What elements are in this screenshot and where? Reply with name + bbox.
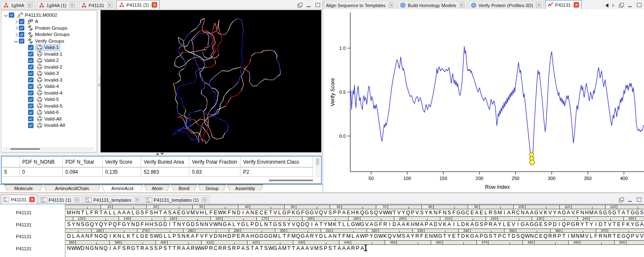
residue[interactable]: H (149, 221, 154, 229)
tree-item-invalid-3[interactable]: Invalid-3 (1, 77, 97, 83)
tree-item-content[interactable]: Protein Groups (26, 25, 69, 31)
residue[interactable]: W (218, 209, 222, 217)
residue[interactable]: K (355, 209, 360, 217)
residue[interactable]: V (415, 209, 419, 217)
residue[interactable]: T (612, 233, 617, 240)
residue[interactable]: A (401, 221, 406, 229)
residue[interactable]: G (530, 221, 534, 229)
residue[interactable]: P (424, 221, 429, 229)
residue[interactable]: G (268, 233, 273, 240)
close-icon[interactable] (70, 3, 75, 8)
residue[interactable]: D (163, 221, 168, 229)
residue[interactable]: M (314, 245, 319, 252)
residue[interactable]: R (94, 209, 99, 217)
residue[interactable]: C (502, 233, 507, 240)
residue[interactable]: G (264, 233, 268, 240)
residue[interactable]: A (594, 209, 598, 217)
close-icon[interactable] (74, 197, 80, 203)
residue[interactable]: A (181, 245, 186, 252)
residue[interactable]: T (268, 221, 273, 229)
residue[interactable]: N (94, 245, 99, 252)
residue[interactable]: S (608, 209, 612, 217)
residue[interactable]: F (117, 221, 122, 229)
residue[interactable]: I (452, 221, 456, 229)
residue[interactable]: T (337, 233, 341, 240)
residue[interactable]: R (488, 209, 493, 217)
residue[interactable]: S (168, 209, 172, 217)
visibility-checkbox[interactable] (28, 77, 34, 83)
residue[interactable]: Q (626, 233, 630, 240)
tree-item-content[interactable]: Invalid-4 (35, 90, 64, 96)
residue[interactable]: F (90, 233, 94, 240)
residue[interactable]: Y (323, 221, 328, 229)
residue[interactable]: G (135, 209, 140, 217)
residue[interactable]: G (310, 209, 314, 217)
residue[interactable]: T (287, 245, 291, 252)
table-cell[interactable]: 52.863 (141, 167, 189, 177)
residue[interactable]: D (190, 221, 195, 229)
residue[interactable]: V (539, 209, 543, 217)
residue[interactable]: E (424, 233, 429, 240)
residue[interactable]: W (360, 233, 365, 240)
residue[interactable]: F (594, 233, 598, 240)
residue[interactable]: T (250, 245, 255, 252)
collapse-down-icon[interactable] (160, 153, 164, 155)
residue[interactable]: G (259, 233, 264, 240)
sheet-tab-molecule[interactable]: Molecule (4, 185, 43, 191)
residue[interactable]: F (419, 233, 424, 240)
residue[interactable]: Q (103, 233, 108, 240)
residue[interactable]: M (397, 233, 401, 240)
residue[interactable]: N (85, 245, 90, 252)
residue[interactable]: P (557, 233, 561, 240)
residue[interactable]: A (300, 245, 305, 252)
residue[interactable]: P (337, 209, 341, 217)
scroll-tabs-left-icon[interactable] (605, 3, 608, 8)
residue[interactable]: A (429, 221, 433, 229)
residue[interactable]: L (277, 233, 282, 240)
sheet-tab-group[interactable]: Group (198, 185, 226, 191)
residue[interactable]: L (341, 221, 346, 229)
residue[interactable]: Y (314, 233, 319, 240)
residue[interactable]: Q (90, 221, 94, 229)
residue[interactable]: T (332, 245, 337, 252)
residue[interactable]: V (323, 209, 328, 217)
residue[interactable]: S (149, 245, 154, 252)
residue[interactable]: P (332, 209, 337, 217)
residue[interactable]: I (241, 209, 246, 217)
residue[interactable]: H (199, 209, 204, 217)
residue[interactable]: K (429, 209, 433, 217)
tree-item-content[interactable]: A (26, 18, 40, 25)
table-horizontal-scrollbar[interactable] (269, 180, 313, 181)
residue[interactable]: E (254, 209, 259, 217)
table-header-Verify Score[interactable]: Verify Score (103, 157, 141, 167)
residue[interactable]: F (378, 221, 383, 229)
residue[interactable]: E (213, 209, 218, 217)
residue[interactable]: T (172, 221, 177, 229)
residue[interactable]: P (158, 245, 163, 252)
residue[interactable]: T (442, 233, 447, 240)
residue[interactable]: I (388, 221, 392, 229)
residue[interactable]: M (190, 209, 195, 217)
close-icon[interactable] (152, 2, 157, 8)
residue[interactable]: L (131, 209, 135, 217)
minimize-button[interactable] (628, 198, 633, 202)
residue[interactable]: V (571, 209, 575, 217)
residue[interactable]: A (474, 233, 479, 240)
visibility-checkbox[interactable] (28, 97, 34, 102)
residue[interactable]: G (90, 245, 94, 252)
residue[interactable]: D (80, 245, 85, 252)
residue[interactable]: R (511, 209, 516, 217)
residue[interactable]: S (488, 233, 493, 240)
residue[interactable]: S (328, 245, 332, 252)
residue[interactable]: G (282, 209, 287, 217)
residue[interactable]: H (250, 233, 255, 240)
residue[interactable]: S (277, 221, 282, 229)
residue[interactable]: T (168, 245, 172, 252)
residue[interactable]: R (126, 245, 131, 252)
residue[interactable]: G (296, 209, 300, 217)
residue[interactable]: R (608, 233, 612, 240)
residue[interactable]: F (145, 209, 149, 217)
residue[interactable]: Q (543, 233, 548, 240)
visibility-checkbox[interactable] (28, 45, 34, 50)
residue[interactable]: N (117, 233, 122, 240)
